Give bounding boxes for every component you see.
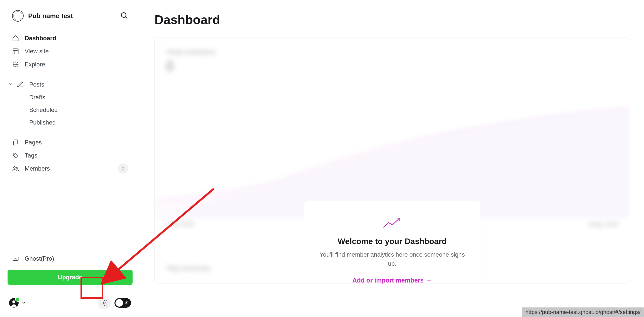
- sidebar-header: Pub name test: [8, 10, 133, 22]
- copy-icon: [12, 139, 19, 146]
- page-title: Dashboard: [154, 13, 630, 27]
- members-count-badge: 0: [118, 164, 128, 174]
- svg-point-6: [16, 167, 18, 169]
- sidebar: Pub name test Dashboard View site Explor…: [0, 0, 140, 317]
- nav-posts[interactable]: Posts: [17, 78, 49, 91]
- sun-icon: ☀: [124, 300, 128, 306]
- nav-label: Explore: [25, 61, 45, 68]
- nav-label: View site: [25, 48, 49, 55]
- nav-label: Dashboard: [25, 35, 56, 42]
- svg-point-5: [14, 167, 15, 168]
- svg-point-10: [103, 302, 105, 304]
- nav-drafts[interactable]: Drafts: [8, 91, 133, 104]
- tag-icon: [12, 152, 19, 159]
- search-icon: [120, 11, 128, 19]
- add-import-members-link[interactable]: Add or import members →: [352, 277, 432, 284]
- search-button[interactable]: [120, 11, 128, 20]
- bg-total-members: Total members: [166, 48, 216, 56]
- link-label: Add or import members: [352, 277, 424, 284]
- chevron-down-icon[interactable]: [8, 81, 14, 88]
- annotation-highlight-box: [80, 277, 103, 299]
- brand[interactable]: Pub name test: [12, 10, 73, 22]
- nav-label: Posts: [29, 81, 44, 88]
- nav-dashboard[interactable]: Dashboard: [8, 32, 133, 45]
- svg-rect-1: [13, 49, 18, 54]
- nav-ghostpro[interactable]: Ghost(Pro): [8, 252, 133, 265]
- nav-label: Ghost(Pro): [25, 255, 54, 262]
- bg-top-sources: Top sources: [166, 264, 211, 272]
- arrow-right-icon: →: [426, 277, 432, 284]
- svg-point-8: [14, 258, 15, 259]
- bg-zero: 0: [166, 58, 174, 74]
- dashboard-card: Total members 0 1 Apr 2022 today, 2023 T…: [154, 37, 630, 284]
- svg-rect-3: [14, 140, 18, 144]
- edit-icon: [17, 81, 24, 88]
- svg-point-4: [14, 154, 15, 155]
- site-title: Pub name test: [28, 12, 73, 20]
- trend-icon: [317, 216, 468, 230]
- nav-label: Members: [25, 165, 50, 172]
- members-icon: [12, 165, 19, 172]
- nav-label: Tags: [25, 152, 37, 159]
- nav-published[interactable]: Published: [8, 116, 133, 129]
- layout-icon: [12, 48, 19, 55]
- svg-point-9: [16, 258, 17, 259]
- site-logo-icon: [12, 10, 24, 22]
- nav-explore[interactable]: Explore: [8, 58, 133, 71]
- nav-scheduled[interactable]: Scheduled: [8, 104, 133, 116]
- theme-toggle[interactable]: ☀: [114, 298, 131, 308]
- new-post-button[interactable]: [122, 81, 128, 88]
- gear-icon: [101, 299, 108, 307]
- bg-date-left: 1 Apr 2022: [166, 221, 194, 228]
- bg-date-right: today, 2023: [588, 221, 618, 228]
- nav-label: Pages: [25, 139, 42, 146]
- nav-pages[interactable]: Pages: [8, 136, 133, 149]
- ghostpro-icon: [12, 255, 19, 262]
- welcome-card: Welcome to your Dashboard You'll find me…: [304, 201, 480, 284]
- home-icon: [12, 35, 19, 42]
- user-menu[interactable]: [9, 298, 27, 308]
- upgrade-button[interactable]: Upgrade: [8, 270, 133, 285]
- main-content: Dashboard Total members 0 1 Apr 2022 tod…: [140, 0, 644, 317]
- nav-view-site[interactable]: View site: [8, 45, 133, 58]
- toggle-knob: [115, 299, 123, 307]
- nav-members[interactable]: Members: [8, 162, 54, 175]
- welcome-title: Welcome to your Dashboard: [317, 237, 468, 246]
- nav-tags[interactable]: Tags: [8, 149, 133, 162]
- welcome-description: You'll find member analytics here once s…: [317, 250, 468, 268]
- status-bar-url: https://pub-name-test.ghost.io/ghost/#/s…: [522, 307, 644, 317]
- avatar-icon: [9, 298, 19, 308]
- svg-point-0: [121, 13, 126, 17]
- svg-rect-7: [13, 257, 18, 260]
- chevron-down-icon: [21, 299, 27, 306]
- globe-icon: [12, 61, 19, 68]
